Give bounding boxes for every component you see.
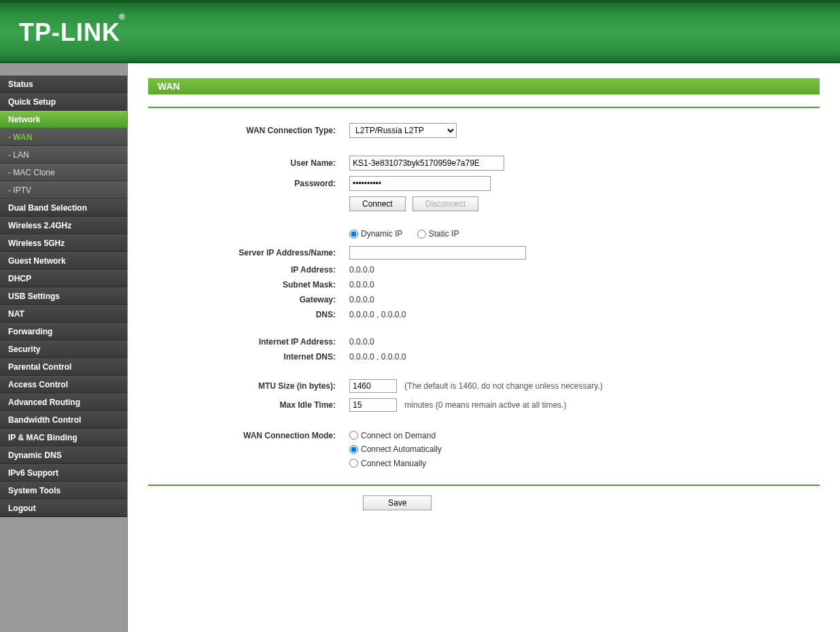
conn-mode-demand-radio[interactable]: Connect on Demand <box>349 431 436 440</box>
value-subnet: 0.0.0.0 <box>349 280 374 289</box>
sidebar-label: - IPTV <box>8 186 31 195</box>
sidebar-item-10[interactable]: Guest Network <box>0 252 127 270</box>
hint-mtu: (The default is 1460, do not change unle… <box>404 381 602 391</box>
password-input[interactable] <box>349 176 491 191</box>
sidebar-gap <box>0 63 127 75</box>
server-ip-input[interactable] <box>349 246 526 260</box>
ip-mode-dynamic-radio[interactable]: Dynamic IP <box>349 229 402 239</box>
label-ip-addr: IP Address: <box>291 265 336 275</box>
brand-logo: TP-LINK® <box>19 18 127 47</box>
sidebar-label: DHCP <box>8 274 31 283</box>
sidebar-label: Parental Control <box>8 362 71 372</box>
page-title-text: WAN <box>158 81 180 92</box>
wan-connection-type-select[interactable]: L2TP/Russia L2TP <box>349 123 457 138</box>
static-ip-label: Static IP <box>429 229 459 239</box>
static-ip-radio[interactable] <box>417 230 426 239</box>
sidebar-label: Guest Network <box>8 256 66 266</box>
disconnect-button[interactable]: Disconnect <box>413 196 478 211</box>
max-idle-input[interactable] <box>349 398 397 412</box>
sidebar-item-2[interactable]: Network <box>0 111 127 128</box>
sidebar-label: Advanced Routing <box>8 398 80 407</box>
divider-top <box>148 107 820 108</box>
sidebar-item-14[interactable]: Forwarding <box>0 323 127 340</box>
dynamic-ip-radio[interactable] <box>349 230 358 239</box>
sidebar-label: Bandwidth Control <box>8 415 81 425</box>
sidebar-item-11[interactable]: DHCP <box>0 270 127 287</box>
value-gateway: 0.0.0.0 <box>349 295 374 304</box>
sidebar-label: Security <box>8 345 40 354</box>
sidebar-item-15[interactable]: Security <box>0 340 127 358</box>
label-dns: DNS: <box>316 310 336 319</box>
label-inet-dns: Internet DNS: <box>283 352 336 362</box>
sidebar-subitem-5[interactable]: - MAC Clone <box>0 164 127 181</box>
sidebar-item-24[interactable]: Logout <box>0 499 127 517</box>
sidebar-item-9[interactable]: Wireless 5GHz <box>0 234 127 252</box>
sidebar-item-17[interactable]: Access Control <box>0 376 127 393</box>
header: TP-LINK® <box>0 0 840 63</box>
sidebar: StatusQuick SetupNetwork- WAN- LAN- MAC … <box>0 63 128 632</box>
sidebar-label: USB Settings <box>8 292 60 301</box>
value-inet-ip: 0.0.0.0 <box>349 337 374 347</box>
divider-bottom <box>148 485 820 486</box>
sidebar-label: Access Control <box>8 380 68 389</box>
sidebar-label: Forwarding <box>8 327 52 336</box>
hint-max-idle: minutes (0 means remain active at all ti… <box>404 400 566 410</box>
dynamic-ip-label: Dynamic IP <box>361 229 402 239</box>
value-ip-addr: 0.0.0.0 <box>349 265 374 275</box>
sidebar-label: IP & MAC Binding <box>8 433 77 442</box>
brand-text: TP-LINK <box>19 18 120 46</box>
sidebar-item-0[interactable]: Status <box>0 75 127 93</box>
label-mtu: MTU Size (in bytes): <box>258 381 336 391</box>
mtu-input[interactable] <box>349 379 397 393</box>
connect-button[interactable]: Connect <box>349 196 406 211</box>
sidebar-item-8[interactable]: Wireless 2.4GHz <box>0 217 127 234</box>
connect-auto-radio[interactable] <box>349 445 358 454</box>
page-title: WAN <box>148 78 820 94</box>
sidebar-item-21[interactable]: Dynamic DNS <box>0 446 127 464</box>
sidebar-item-12[interactable]: USB Settings <box>0 287 127 305</box>
label-max-idle: Max Idle Time: <box>280 400 336 410</box>
connect-on-demand-radio[interactable] <box>349 431 358 440</box>
sidebar-subitem-4[interactable]: - LAN <box>0 146 127 164</box>
value-inet-dns: 0.0.0.0 , 0.0.0.0 <box>349 352 406 362</box>
label-username: User Name: <box>290 158 336 168</box>
sidebar-label: Wireless 2.4GHz <box>8 221 71 230</box>
sidebar-label: Dynamic DNS <box>8 451 62 460</box>
sidebar-item-20[interactable]: IP & MAC Binding <box>0 429 127 446</box>
sidebar-label: IPv6 Support <box>8 468 58 478</box>
conn-mode-auto-radio[interactable]: Connect Automatically <box>349 444 442 454</box>
registered-icon: ® <box>119 12 126 22</box>
content-area: WAN WAN Connection Type: L2TP/Russia L2T… <box>128 63 840 632</box>
sidebar-item-19[interactable]: Bandwidth Control <box>0 411 127 429</box>
sidebar-label: - LAN <box>8 150 29 160</box>
sidebar-label: NAT <box>8 309 24 319</box>
conn-mode-manual-radio[interactable]: Connect Manually <box>349 459 426 468</box>
username-input[interactable] <box>349 156 504 171</box>
connect-on-demand-label: Connect on Demand <box>361 431 436 440</box>
sidebar-item-1[interactable]: Quick Setup <box>0 93 127 111</box>
sidebar-label: Status <box>8 80 33 89</box>
label-conn-mode: WAN Connection Mode: <box>243 431 336 440</box>
sidebar-item-22[interactable]: IPv6 Support <box>0 464 127 482</box>
sidebar-item-16[interactable]: Parental Control <box>0 358 127 376</box>
sidebar-item-13[interactable]: NAT <box>0 305 127 323</box>
label-conn-type: WAN Connection Type: <box>246 126 336 135</box>
sidebar-label: - MAC Clone <box>8 168 55 177</box>
ip-mode-static-radio[interactable]: Static IP <box>417 229 459 239</box>
label-server-ip: Server IP Address/Name: <box>239 248 336 258</box>
sidebar-label: Logout <box>8 504 36 513</box>
sidebar-item-7[interactable]: Dual Band Selection <box>0 199 127 217</box>
value-dns: 0.0.0.0 , 0.0.0.0 <box>349 310 406 319</box>
sidebar-label: - WAN <box>8 133 32 142</box>
sidebar-label: System Tools <box>8 486 60 495</box>
sidebar-label: Wireless 5GHz <box>8 239 65 248</box>
sidebar-subitem-3[interactable]: - WAN <box>0 128 127 146</box>
label-gateway: Gateway: <box>300 295 336 304</box>
sidebar-label: Dual Band Selection <box>8 203 87 213</box>
label-subnet: Subnet Mask: <box>283 280 336 289</box>
sidebar-subitem-6[interactable]: - IPTV <box>0 181 127 199</box>
sidebar-item-18[interactable]: Advanced Routing <box>0 393 127 411</box>
save-button[interactable]: Save <box>363 495 432 510</box>
sidebar-item-23[interactable]: System Tools <box>0 482 127 499</box>
connect-manual-radio[interactable] <box>349 459 358 468</box>
